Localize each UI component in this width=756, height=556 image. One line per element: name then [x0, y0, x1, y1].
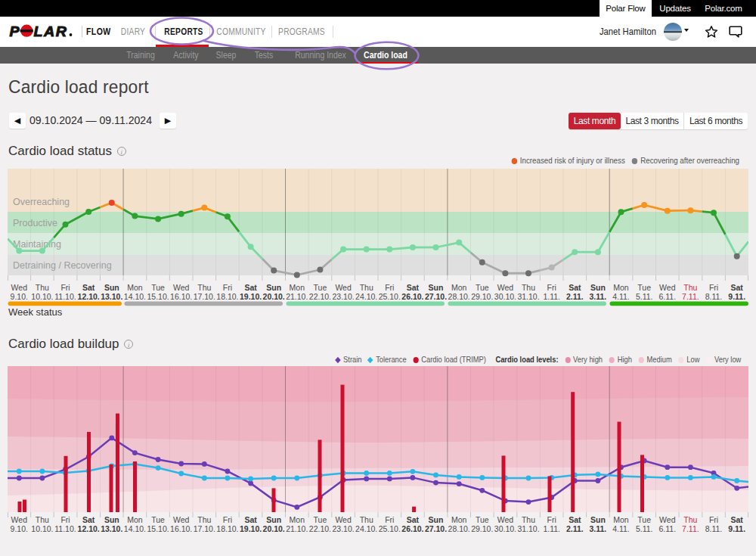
- svg-text:5.11.: 5.11.: [636, 292, 653, 301]
- svg-text:13.10.: 13.10.: [101, 292, 122, 301]
- svg-text:10.10.: 10.10.: [31, 524, 53, 533]
- svg-text:30.10.: 30.10.: [494, 292, 516, 301]
- svg-text:Tue: Tue: [637, 515, 651, 524]
- svg-text:Thu: Thu: [36, 283, 49, 292]
- svg-text:18.10.: 18.10.: [216, 524, 238, 533]
- svg-text:Fri: Fri: [547, 515, 556, 524]
- svg-text:Week status: Week status: [8, 306, 63, 318]
- svg-text:Sat: Sat: [731, 283, 744, 292]
- svg-text:Thu: Thu: [683, 283, 697, 292]
- svg-text:23.10.: 23.10.: [332, 524, 354, 533]
- svg-text:17.10.: 17.10.: [194, 292, 215, 301]
- svg-text:Wed: Wed: [11, 283, 28, 292]
- svg-text:Sun: Sun: [429, 283, 444, 292]
- svg-text:Overreaching: Overreaching: [13, 197, 70, 207]
- svg-text:Thu: Thu: [36, 515, 49, 524]
- svg-text:Wed: Wed: [659, 515, 676, 524]
- svg-text:6.11.: 6.11.: [659, 292, 677, 301]
- svg-text:7.11.: 7.11.: [682, 524, 699, 533]
- svg-text:9.11.: 9.11.: [728, 292, 745, 301]
- svg-text:31.10.: 31.10.: [517, 292, 539, 301]
- svg-text:16.10.: 16.10.: [170, 524, 192, 533]
- svg-text:Sun: Sun: [104, 515, 119, 524]
- svg-text:Tue: Tue: [151, 515, 165, 524]
- svg-text:Mon: Mon: [127, 283, 143, 292]
- svg-text:Wed: Wed: [497, 283, 514, 292]
- svg-text:25.10.: 25.10.: [379, 524, 401, 533]
- svg-text:24.10.: 24.10.: [355, 292, 377, 301]
- svg-text:8.11.: 8.11.: [705, 292, 723, 301]
- svg-text:Fri: Fri: [223, 283, 232, 292]
- svg-text:Mon: Mon: [613, 515, 629, 524]
- svg-text:11.10.: 11.10.: [54, 524, 76, 533]
- svg-text:Thu: Thu: [197, 515, 211, 524]
- svg-text:2.11.: 2.11.: [566, 524, 584, 533]
- svg-text:Tue: Tue: [314, 283, 327, 292]
- svg-text:Thu: Thu: [197, 283, 211, 292]
- svg-text:Fri: Fri: [385, 515, 394, 524]
- svg-text:10.10.: 10.10.: [31, 292, 53, 301]
- svg-text:29.10.: 29.10.: [471, 292, 493, 301]
- svg-text:Tue: Tue: [476, 515, 489, 524]
- svg-text:Sun: Sun: [266, 515, 281, 524]
- svg-text:29.10.: 29.10.: [471, 524, 493, 533]
- svg-text:5.11.: 5.11.: [636, 524, 653, 533]
- svg-text:P: P: [10, 23, 20, 39]
- svg-text:8.11.: 8.11.: [705, 524, 723, 533]
- svg-text:21.10.: 21.10.: [286, 292, 308, 301]
- svg-text:31.10.: 31.10.: [517, 524, 539, 533]
- svg-text:3.11.: 3.11.: [590, 292, 607, 301]
- svg-text:30.10.: 30.10.: [494, 524, 516, 533]
- svg-text:4.11.: 4.11.: [612, 524, 630, 533]
- svg-text:Wed: Wed: [335, 515, 352, 524]
- svg-text:Sat: Sat: [82, 515, 95, 524]
- svg-text:Wed: Wed: [11, 515, 28, 524]
- svg-text:19.10.: 19.10.: [240, 292, 262, 301]
- svg-text:Tue: Tue: [476, 283, 489, 292]
- svg-text:1.11.: 1.11.: [543, 524, 560, 533]
- svg-text:6.11.: 6.11.: [659, 524, 677, 533]
- svg-text:Fri: Fri: [60, 283, 70, 292]
- svg-text:26.10.: 26.10.: [401, 524, 423, 533]
- svg-text:11.10.: 11.10.: [54, 292, 76, 301]
- svg-text:15.10.: 15.10.: [147, 292, 169, 301]
- svg-text:Wed: Wed: [173, 283, 190, 292]
- svg-text:Mon: Mon: [290, 515, 305, 524]
- svg-text:15.10.: 15.10.: [147, 524, 169, 533]
- svg-text:Fri: Fri: [223, 515, 232, 524]
- svg-text:Maintaining: Maintaining: [13, 239, 61, 250]
- svg-text:2.11.: 2.11.: [566, 292, 584, 301]
- svg-text:Mon: Mon: [451, 283, 467, 292]
- svg-text:Tue: Tue: [637, 283, 651, 292]
- svg-text:Thu: Thu: [360, 515, 373, 524]
- svg-text:Sat: Sat: [244, 283, 257, 292]
- svg-text:18.10.: 18.10.: [216, 292, 238, 301]
- svg-text:Mon: Mon: [127, 515, 143, 524]
- svg-text:26.10.: 26.10.: [401, 292, 423, 301]
- svg-text:27.10.: 27.10.: [425, 292, 447, 301]
- svg-text:Thu: Thu: [522, 515, 535, 524]
- svg-text:Wed: Wed: [497, 515, 514, 524]
- svg-text:27.10.: 27.10.: [425, 524, 447, 533]
- svg-text:Sun: Sun: [590, 515, 606, 524]
- svg-text:Tue: Tue: [151, 283, 165, 292]
- svg-text:24.10.: 24.10.: [355, 524, 377, 533]
- svg-text:Sat: Sat: [731, 515, 744, 524]
- svg-text:Wed: Wed: [335, 283, 352, 292]
- svg-text:Mon: Mon: [290, 283, 305, 292]
- svg-text:Fri: Fri: [547, 283, 556, 292]
- svg-text:Sat: Sat: [569, 515, 581, 524]
- svg-text:Sun: Sun: [429, 515, 444, 524]
- svg-text:Sun: Sun: [590, 283, 606, 292]
- svg-text:17.10.: 17.10.: [194, 524, 215, 533]
- svg-text:Wed: Wed: [173, 515, 190, 524]
- svg-text:13.10.: 13.10.: [101, 524, 122, 533]
- svg-text:22.10.: 22.10.: [309, 292, 331, 301]
- svg-text:12.10.: 12.10.: [78, 524, 100, 533]
- svg-text:3.11.: 3.11.: [590, 524, 607, 533]
- svg-text:Fri: Fri: [709, 283, 718, 292]
- svg-text:Sun: Sun: [266, 283, 281, 292]
- svg-text:Wed: Wed: [659, 283, 676, 292]
- svg-text:Detraining / Recovering: Detraining / Recovering: [13, 260, 112, 271]
- svg-text:Fri: Fri: [709, 515, 718, 524]
